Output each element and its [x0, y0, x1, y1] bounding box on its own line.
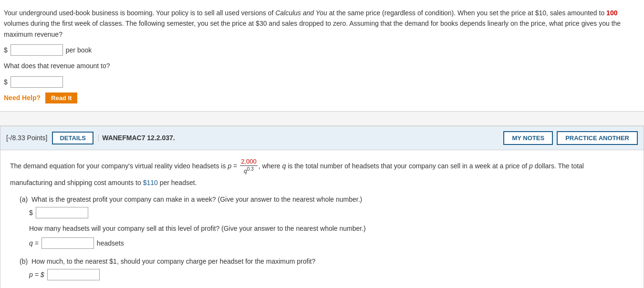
demand-prefix: The demand equation for your company's v… [10, 162, 228, 170]
p-variable: p [228, 162, 231, 170]
price-input[interactable] [10, 44, 63, 56]
question-body: The demand equation for your company's v… [0, 150, 644, 288]
revenue-question: What does that revenue amount to? [4, 61, 634, 71]
need-help-label: Need Help? [4, 94, 41, 102]
top-section: Your underground used-book business is b… [0, 0, 644, 112]
question-block: [-/8.33 Points] DETAILS | WANEFMAC7 12.2… [0, 126, 644, 288]
my-notes-button[interactable]: MY NOTES [503, 131, 553, 145]
highlight-100: 100 [606, 9, 617, 17]
fraction-denominator: q0.3 [243, 166, 255, 175]
part-a-section: (a) What is the greatest profit your com… [10, 195, 634, 249]
part-a-profit-input: $ [20, 207, 634, 218]
price-b-input-row: p = $ [29, 269, 634, 280]
details-button[interactable]: DETAILS [52, 132, 93, 144]
need-help-row: Need Help? Read It [4, 93, 634, 103]
equals-sign: = [231, 162, 239, 170]
read-it-button[interactable]: Read It [45, 93, 77, 103]
part-b-label: (b) [20, 257, 28, 265]
part-b-section: (b) How much, to the nearest $1, should … [10, 257, 634, 280]
part-a-headsets: How many headsets will your company sell… [20, 223, 634, 249]
question-header: [-/8.33 Points] DETAILS | WANEFMAC7 12.2… [0, 126, 644, 150]
q-label: q = [29, 239, 39, 247]
question-id: WANEFMAC7 12.2.037. [102, 134, 503, 142]
headsets-input[interactable] [42, 237, 94, 249]
profit-input[interactable] [36, 207, 88, 218]
demand-suffix3: dollars. The total [533, 162, 584, 170]
separator: | [97, 134, 99, 142]
p-eq-dollar-label: p = $ [29, 271, 44, 278]
demand-equation-text: The demand equation for your company's v… [10, 158, 634, 175]
book-title: Calculus and You [275, 9, 327, 17]
cost-text: manufacturing and shipping cost amounts … [10, 177, 634, 189]
dollar-sign-2: $ [4, 78, 8, 86]
price-input-row: $ per book [4, 44, 634, 56]
part-a-followup-text: How many headsets will your company sell… [29, 223, 634, 234]
header-right-buttons: MY NOTES PRACTICE ANOTHER [503, 131, 638, 145]
dollar-sign-a: $ [29, 209, 33, 216]
demand-suffix2: is the total number of headsets that you… [286, 162, 529, 170]
part-a-question: What is the greatest profit your company… [31, 195, 362, 203]
problem-text: Your underground used-book business is b… [4, 8, 634, 40]
demand-suffix1: , where [259, 162, 282, 170]
practice-another-button[interactable]: PRACTICE ANOTHER [557, 131, 638, 145]
part-b-price-input: p = $ [20, 269, 634, 280]
cost-highlight: $110 [143, 179, 158, 186]
p-variable2: p [529, 162, 533, 170]
part-a-header: (a) What is the greatest profit your com… [20, 195, 634, 203]
revenue-input-row: $ [4, 76, 634, 88]
part-b-header: (b) How much, to the nearest $1, should … [20, 257, 634, 265]
headsets-input-row: q = headsets [29, 237, 634, 249]
part-b-question: How much, to the nearest $1, should your… [31, 257, 315, 265]
headsets-label: headsets [97, 239, 124, 247]
price-b-input[interactable] [47, 269, 100, 280]
demand-fraction: 2,000q0.3 [240, 158, 258, 175]
part-a-label: (a) [20, 195, 28, 203]
dollar-sign-1: $ [4, 46, 8, 54]
per-book-label: per book [66, 46, 92, 54]
spacer [0, 112, 644, 126]
fraction-numerator: 2,000 [240, 158, 258, 166]
points-label: [-/8.33 Points] [6, 134, 47, 142]
profit-input-row: $ [29, 207, 634, 218]
revenue-input[interactable] [10, 76, 63, 88]
